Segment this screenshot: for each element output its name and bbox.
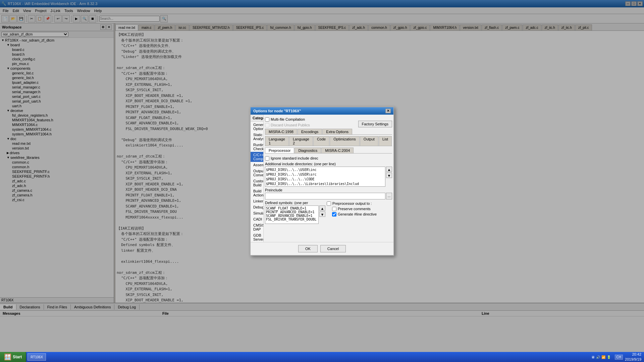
- taskbar-items: RT106X: [26, 353, 590, 361]
- include-dirs-box[interactable]: $PROJ_DIRS\..\..\USER\inc$PROJ_DIRS\..\.…: [265, 167, 385, 187]
- subtab-list[interactable]: List: [379, 136, 392, 146]
- subtab-output[interactable]: Output: [360, 136, 378, 146]
- category-panel: Category: General OptionsStatic Analysis…: [251, 115, 264, 242]
- preprocessor-content: Ignore standard include direc Additional…: [265, 155, 392, 241]
- defined-symbols-area: Defined symbols: (one per SCANF_FLOAT_EN…: [265, 201, 392, 224]
- subtab-misra-1998[interactable]: MISRA-C:1998: [265, 129, 297, 134]
- dialog-title-text: Options for node "RT106X": [253, 109, 301, 113]
- symbol-item: PRINTF_ADVANCED_ENABLE=1: [266, 210, 318, 214]
- category-item-6[interactable]: Custom Build: [251, 178, 263, 188]
- subtab-code[interactable]: Code: [313, 136, 329, 146]
- category-item-1[interactable]: Static Analysis: [251, 132, 263, 142]
- preproc-output-checkbox[interactable]: [327, 201, 331, 206]
- subtab-optimizations[interactable]: Optimizations: [330, 136, 360, 146]
- include-dirs-section: Additional include directories: (one per…: [265, 162, 392, 187]
- factory-settings-button[interactable]: Factory Settings: [358, 121, 392, 127]
- symbols-container: SCANF_FLOAT_ENABLE=1PRINTF_ADVANCED_ENAB…: [265, 205, 325, 224]
- category-item-10[interactable]: Simulator: [251, 210, 263, 216]
- category-item-5[interactable]: Output Converter: [251, 168, 263, 178]
- sub-tabs-row3: Preprocessor Diagnostics MISRA-C:2004: [265, 147, 392, 154]
- defined-symbols-label: Defined symbols: (one per: [265, 201, 325, 205]
- multi-file-compilation-checkbox[interactable]: [265, 117, 269, 122]
- subtab-lang1[interactable]: Language 1: [265, 136, 289, 146]
- multi-file-row: Multi-file Compilation Discard Unused Pu…: [265, 116, 310, 129]
- category-item-4[interactable]: Assembler: [251, 162, 263, 168]
- include-dir-item: $PROJ_DIRS\..\..\..\CODE: [266, 177, 384, 182]
- preinclude-section: Preinclude ...: [265, 188, 392, 199]
- discard-unused-label: Discard Unused Publics: [271, 123, 310, 127]
- category-item-2[interactable]: Runtime Checking: [251, 142, 263, 152]
- options-dialog: Options for node "RT106X" ✕ Category: Ge…: [250, 107, 394, 256]
- symbol-buttons: ▲ ▼: [319, 205, 325, 224]
- include-dir-item: $PROJ_DIRS\..\..\..\Libraries\libraries\…: [266, 182, 384, 186]
- preinclude-browse-btn[interactable]: ...: [386, 193, 392, 199]
- sub-tabs-row2: Language 1 Language 2 Code Optimizations…: [265, 136, 392, 146]
- category-item-3[interactable]: C/C++ Compiler: [251, 152, 263, 162]
- category-item-13[interactable]: GDB Server: [251, 232, 263, 242]
- include-dirs-container: $PROJ_DIRS\..\..\USER\inc$PROJ_DIRS\..\.…: [265, 167, 392, 187]
- dialog-body: Category: General OptionsStatic Analysis…: [251, 115, 393, 242]
- symbols-box[interactable]: SCANF_FLOAT_ENABLE=1PRINTF_ADVANCED_ENAB…: [265, 205, 319, 224]
- taskbar: 🪟 Start RT106X 🖥 🔊 📶 🔋 CH 20:42 2019/9/1…: [0, 352, 644, 362]
- category-list: General OptionsStatic AnalysisRuntime Ch…: [251, 122, 263, 242]
- preproc-output-row: Preprocessor output to :: [327, 201, 392, 206]
- preinclude-input[interactable]: [265, 193, 385, 199]
- include-dir-buttons: ▲ ▼: [386, 167, 392, 187]
- options-panel: Multi-file Compilation Discard Unused Pu…: [264, 115, 393, 242]
- sub-tabs-row1: MISRA-C:1998 Encodings Extra Options: [265, 129, 392, 135]
- dialog-buttons: OK Cancel: [251, 242, 393, 255]
- taskbar-icon-2: 🔊: [596, 355, 600, 359]
- include-dirs-content: $PROJ_DIRS\..\..\USER\inc$PROJ_DIRS\..\.…: [266, 168, 384, 187]
- discard-unused-row: Discard Unused Publics: [265, 123, 310, 127]
- category-item-12[interactable]: CMSIS DAP: [251, 222, 263, 232]
- preserve-comments-row: Preserve comments: [332, 207, 392, 212]
- preserve-comments-checkbox[interactable]: [332, 207, 336, 211]
- multi-file-label: Multi-file Compilation: [271, 117, 305, 121]
- subtab-lang2[interactable]: Language 2: [289, 136, 313, 146]
- category-item-8[interactable]: Linker: [251, 198, 263, 204]
- defined-symbols-section: Defined symbols: (one per SCANF_FLOAT_EN…: [265, 201, 392, 224]
- category-item-9[interactable]: Debugger: [251, 204, 263, 210]
- include-dir-scroll-up[interactable]: ▲: [386, 167, 392, 172]
- subtab-encodings[interactable]: Encodings: [298, 129, 322, 134]
- taskbar-ide-btn[interactable]: RT106X: [28, 353, 46, 361]
- multi-file-checkbox-row: Multi-file Compilation: [265, 117, 310, 122]
- cancel-button[interactable]: Cancel: [320, 245, 346, 252]
- symbol-scroll-up[interactable]: ▲: [319, 205, 325, 211]
- start-button[interactable]: 🪟 Start: [0, 352, 26, 362]
- ok-button[interactable]: OK: [298, 245, 318, 252]
- keyboard-lang[interactable]: CH: [615, 355, 623, 360]
- subtab-misra-2004[interactable]: MISRA-C:2004: [321, 147, 354, 153]
- category-item-0[interactable]: General Options: [251, 122, 263, 132]
- generate-hash-label: Generate #line directive: [338, 212, 377, 216]
- preinclude-container: ...: [265, 193, 392, 199]
- include-dir-item: $PROJ_DIRS\..\..\USER\inc: [266, 168, 384, 172]
- subtab-preprocessor[interactable]: Preprocessor: [265, 147, 294, 153]
- symbols-left: Defined symbols: (one per SCANF_FLOAT_EN…: [265, 201, 325, 224]
- preinclude-label: Preinclude: [265, 188, 392, 192]
- dialog-title-bar: Options for node "RT106X" ✕: [251, 107, 393, 115]
- subtab-extra-options[interactable]: Extra Options: [322, 129, 352, 134]
- include-dir-scroll-down[interactable]: ▼: [386, 173, 392, 178]
- discard-unused-checkbox[interactable]: [265, 123, 269, 127]
- ignore-standard-include-row: Ignore standard include direc: [265, 156, 392, 161]
- taskbar-tray: CH 20:42 2019/9/19: [612, 352, 644, 362]
- include-dirs-label: Additional include directories: (one per…: [265, 162, 392, 166]
- subtab-diagnostics[interactable]: Diagnostics: [294, 147, 321, 153]
- preproc-output-label: Preprocessor output to :: [332, 201, 372, 205]
- category-label: Category:: [251, 115, 263, 122]
- generate-hash-checkbox[interactable]: [332, 212, 336, 217]
- preproc-options: Preprocessor output to : Preserve commen…: [327, 201, 392, 224]
- taskbar-sys-icons: 🖥 🔊 📶 🔋: [590, 355, 612, 359]
- taskbar-icon-4: 🔋: [607, 355, 611, 359]
- category-item-7[interactable]: Build Actions: [251, 188, 263, 198]
- ignore-standard-include-checkbox[interactable]: [265, 156, 269, 161]
- clock-date: 2019/9/19: [625, 357, 641, 362]
- ignore-standard-include-label: Ignore standard include direc: [271, 156, 318, 160]
- taskbar-icon-3: 📶: [601, 355, 605, 359]
- dialog-close-button[interactable]: ✕: [385, 109, 391, 113]
- category-item-11[interactable]: CADI: [251, 216, 263, 222]
- symbol-scroll-down[interactable]: ▼: [319, 212, 325, 217]
- taskbar-ide-label: RT106X: [31, 355, 43, 359]
- symbol-item: SCANF_ADVANCED_ENABLE=1: [266, 214, 318, 218]
